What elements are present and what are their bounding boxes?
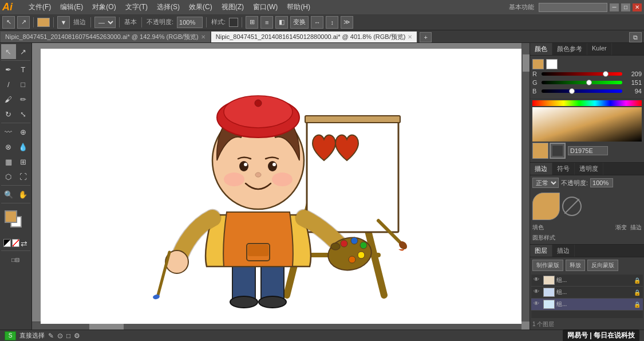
blend-tool[interactable]: ⊗ (1, 139, 16, 154)
arrange-window-button[interactable]: ⧉ (629, 32, 642, 42)
document-tab-2[interactable]: Nipic_8047451_20140816145012880000.ai* @… (211, 31, 418, 42)
tab-1-close-icon[interactable]: ✕ (201, 34, 206, 40)
menu-effect[interactable]: 效果(C) (184, 1, 217, 13)
select-tool[interactable]: ↖ (1, 44, 16, 59)
select-tool-button[interactable]: ↖ (2, 16, 15, 29)
eye-icon[interactable]: ⊙ (57, 332, 63, 340)
color-preview-fill[interactable] (532, 59, 544, 69)
default-colors-icon[interactable] (3, 239, 11, 247)
hex-stroke-swatch[interactable] (550, 143, 566, 159)
release-button[interactable]: 释放 (566, 260, 585, 271)
line-tool[interactable]: / (1, 77, 16, 92)
pathfinder-button[interactable]: ◧ (275, 16, 288, 29)
r-slider[interactable] (542, 72, 622, 76)
no-effect-button[interactable] (562, 197, 582, 216)
flip-h-button[interactable]: ↔ (311, 16, 323, 29)
style-swatch[interactable] (229, 18, 238, 27)
hue-spectrum[interactable] (532, 100, 642, 106)
direct-select-tool[interactable]: ↗ (16, 44, 31, 59)
width-tool[interactable]: ⊕ (16, 124, 31, 139)
vertical-scrollbar[interactable] (521, 43, 530, 322)
canvas-area[interactable] (32, 43, 530, 330)
paintbrush-tool[interactable]: 🖌 (1, 92, 16, 107)
gradient-tool[interactable]: ▦ (1, 154, 16, 169)
color-picker-area[interactable] (532, 107, 642, 142)
eyedropper-tool[interactable]: 💧 (16, 139, 31, 154)
ime-button[interactable]: S (5, 331, 16, 340)
transform-button[interactable]: 变换 (290, 16, 309, 29)
opacity-input-right[interactable] (590, 178, 613, 187)
menu-view[interactable]: 视图(Z) (217, 1, 248, 13)
document-tab-1[interactable]: Nipic_8047451_20140816075445263000.ai* @… (0, 31, 211, 42)
window-minimize-button[interactable]: ─ (610, 3, 619, 11)
layer-lock-icon[interactable]: 🔒 (634, 277, 641, 284)
type-tool[interactable]: T (16, 62, 31, 77)
tab-2-close-icon[interactable]: ✕ (408, 34, 412, 40)
kuler-tab[interactable]: Kuler (587, 43, 612, 55)
screen-mode-button[interactable]: □⊟ (1, 252, 30, 267)
pen-icon[interactable]: ✎ (48, 332, 54, 340)
stroke-tab-2[interactable]: 描边 (552, 245, 575, 257)
arrange-button[interactable]: ⊞ (246, 16, 258, 29)
window-close-button[interactable]: ✕ (633, 3, 642, 11)
swap-colors-icon[interactable]: ⇄ (21, 239, 28, 247)
flip-v-button[interactable]: ↕ (326, 16, 338, 29)
layer-item-3[interactable]: 👁 组... 🔒 (531, 299, 643, 311)
b-slider[interactable] (542, 89, 622, 93)
vertical-scrollbar-thumb[interactable] (523, 54, 530, 72)
opacity-input[interactable] (177, 17, 203, 28)
pencil-tool[interactable]: ✏ (16, 92, 31, 107)
window-maximize-button[interactable]: □ (621, 3, 630, 11)
menu-text[interactable]: 文字(T) (121, 1, 152, 13)
shape-builder-tool[interactable]: ⬡ (1, 169, 16, 184)
stroke-dropdown-button[interactable]: ▼ (57, 16, 70, 29)
direct-select-tool-button[interactable]: ↗ (17, 16, 30, 29)
settings-icon[interactable]: ⚙ (74, 332, 80, 340)
ime-lang[interactable]: 直接选择 (19, 331, 45, 340)
layer-visibility-icon[interactable]: 👁 (534, 288, 542, 296)
layers-tab[interactable]: 图层 (530, 245, 552, 257)
hex-fill-swatch[interactable] (532, 143, 548, 159)
layer-item-1[interactable]: 👁 组... 🔒 (531, 275, 643, 287)
layer-lock-icon[interactable]: 🔒 (634, 301, 641, 308)
g-slider[interactable] (542, 81, 622, 84)
search-input[interactable] (539, 3, 607, 12)
menu-window[interactable]: 窗口(W) (248, 1, 282, 13)
none-color-icon[interactable] (12, 239, 19, 247)
align-button[interactable]: ≡ (260, 16, 273, 29)
menu-edit[interactable]: 编辑(E) (56, 1, 88, 13)
mesh-tool[interactable]: ⊞ (16, 154, 31, 169)
layer-visibility-icon[interactable]: 👁 (534, 300, 542, 308)
color-preview-stroke[interactable] (546, 59, 558, 69)
symbol-tab[interactable]: 符号 (552, 163, 575, 175)
stroke-tab[interactable]: 描边 (530, 163, 552, 175)
color-tab[interactable]: 颜色 (530, 43, 552, 55)
new-tab-button[interactable]: + (420, 32, 431, 42)
fill-color-swatch-left[interactable] (5, 210, 17, 223)
panel-icon[interactable]: □ (66, 332, 70, 340)
pen-tool[interactable]: ✒ (1, 62, 16, 77)
make-mask-button[interactable]: 制作蒙版 (532, 260, 563, 271)
layer-item-2[interactable]: 👁 组... 🔒 (531, 287, 643, 299)
warp-tool[interactable]: 〰 (1, 124, 16, 139)
menu-file[interactable]: 文件(F) (24, 1, 56, 13)
scale-tool[interactable]: ⤡ (16, 107, 31, 121)
layer-visibility-icon[interactable]: 👁 (534, 276, 542, 284)
menu-object[interactable]: 对象(O) (88, 1, 120, 13)
effect-preview-shape[interactable] (532, 193, 560, 220)
fill-color-swatch[interactable] (37, 18, 50, 27)
blend-mode-select[interactable]: 正常 (532, 178, 559, 188)
transparency-tab[interactable]: 透明度 (575, 163, 603, 175)
reverse-button[interactable]: 反向蒙版 (587, 260, 618, 271)
rect-tool[interactable]: □ (16, 77, 31, 92)
hand-tool[interactable]: ✋ (16, 187, 31, 202)
rotate-tool[interactable]: ↻ (1, 107, 16, 121)
menu-help[interactable]: 帮助(H) (282, 1, 315, 13)
color-guide-tab[interactable]: 颜色参考 (552, 43, 587, 55)
hex-input[interactable]: D1975E (568, 146, 608, 155)
zoom-tool[interactable]: 🔍 (1, 187, 16, 202)
stroke-style-select[interactable]: — (94, 17, 116, 28)
more-button[interactable]: ≫ (341, 16, 353, 29)
crop-tool[interactable]: ⛶ (16, 169, 31, 184)
layer-lock-icon[interactable]: 🔒 (634, 289, 641, 296)
